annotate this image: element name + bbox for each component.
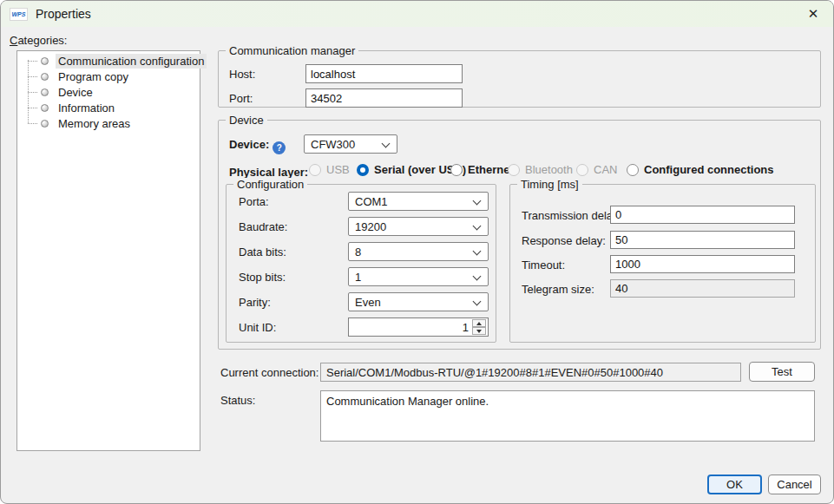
timeout-label: Timeout: bbox=[522, 259, 565, 272]
transmission-delay-label: Transmission delay: bbox=[522, 209, 621, 222]
transmission-delay-input[interactable] bbox=[610, 206, 795, 224]
porta-select[interactable]: COM1 bbox=[348, 192, 489, 211]
radio-icon bbox=[309, 164, 321, 176]
porta-label: Porta: bbox=[239, 195, 269, 208]
radio-icon bbox=[576, 164, 588, 176]
spin-down-icon[interactable] bbox=[472, 327, 486, 335]
data-bits-select[interactable]: 8 bbox=[348, 242, 489, 261]
host-input[interactable] bbox=[305, 64, 463, 83]
tree-item-label[interactable]: Device bbox=[56, 85, 95, 100]
data-bits-label: Data bits: bbox=[239, 245, 286, 259]
response-delay-input[interactable] bbox=[610, 231, 795, 249]
tree-node-icon bbox=[41, 73, 49, 81]
tree-item-device[interactable]: Device bbox=[17, 84, 200, 100]
tree-stub bbox=[28, 123, 37, 124]
ok-button[interactable]: OK bbox=[707, 475, 762, 494]
radio-icon[interactable] bbox=[450, 164, 463, 176]
tree-node-icon bbox=[41, 120, 49, 128]
chevron-down-icon bbox=[473, 247, 482, 256]
baudrate-select-value: 19200 bbox=[355, 220, 386, 233]
connection-string: Serial/COM1/Modbus-RTU/@1#19200#8#1#EVEN… bbox=[326, 366, 663, 379]
tree-item-label[interactable]: Program copy bbox=[56, 69, 131, 84]
current-connection-label: Current connection: bbox=[220, 366, 318, 379]
help-icon[interactable]: ? bbox=[273, 141, 286, 154]
response-delay-label: Response delay: bbox=[522, 234, 606, 247]
radio-configured-connections[interactable]: Configured connections bbox=[627, 163, 774, 176]
device-label-text: Device: bbox=[229, 138, 269, 151]
status-label: Status: bbox=[220, 394, 255, 407]
configuration-group: Configuration Porta: COM1 Baudrate: 1920… bbox=[226, 184, 496, 343]
stop-bits-select[interactable]: 1 bbox=[348, 267, 489, 286]
tree-node-icon bbox=[41, 88, 49, 96]
cancel-button[interactable]: Cancel bbox=[768, 475, 821, 494]
tree-item-program-copy[interactable]: Program copy bbox=[17, 69, 200, 84]
radio-icon[interactable] bbox=[357, 164, 369, 176]
chevron-down-icon bbox=[473, 222, 482, 231]
communication-manager-group: Communication manager Host: Port: bbox=[218, 50, 821, 108]
tree-item-information[interactable]: Information bbox=[17, 100, 200, 115]
radio-ethernet[interactable]: Ethernet bbox=[450, 163, 514, 176]
radio-label[interactable]: Configured connections bbox=[644, 163, 774, 176]
baudrate-select[interactable]: 19200 bbox=[348, 217, 489, 236]
unit-id-stepper[interactable]: 1 bbox=[348, 317, 489, 337]
data-bits-select-value: 8 bbox=[355, 245, 361, 259]
device-select[interactable]: CFW300 bbox=[304, 134, 397, 154]
radio-icon bbox=[508, 164, 520, 176]
parity-label: Parity: bbox=[239, 296, 271, 309]
tree-item-label[interactable]: Communication configuration bbox=[56, 54, 207, 69]
baudrate-label: Baudrate: bbox=[239, 220, 287, 233]
radio-label: USB bbox=[326, 163, 350, 176]
radio-can: CAN bbox=[576, 163, 617, 176]
device-select-value: CFW300 bbox=[311, 138, 355, 151]
test-button[interactable]: Test bbox=[749, 362, 815, 382]
title-bar: WPS Properties ✕ bbox=[1, 1, 833, 27]
port-input[interactable] bbox=[305, 88, 463, 108]
wps-app-icon: WPS bbox=[10, 8, 28, 21]
group-title: Device bbox=[226, 114, 267, 127]
parity-select[interactable]: Even bbox=[348, 292, 489, 311]
tree-node-icon bbox=[41, 57, 49, 65]
unit-id-label: Unit ID: bbox=[239, 321, 276, 334]
chevron-down-icon bbox=[473, 197, 482, 206]
stop-bits-select-value: 1 bbox=[355, 271, 361, 284]
telegram-size-label: Telegram size: bbox=[522, 283, 594, 296]
radio-bluetooth: Bluetooth bbox=[508, 163, 573, 176]
tree-item-communication-configuration[interactable]: Communication configuration bbox=[17, 53, 200, 69]
spin-up-icon[interactable] bbox=[472, 319, 486, 327]
device-label: Device:? bbox=[229, 138, 286, 154]
radio-icon[interactable] bbox=[627, 164, 639, 176]
timing-group: Timing [ms] Transmission delay: Response… bbox=[509, 184, 816, 343]
tree-node-icon bbox=[41, 104, 49, 112]
port-label: Port: bbox=[229, 92, 253, 105]
radio-usb: USB bbox=[309, 163, 350, 176]
radio-label: Bluetooth bbox=[525, 163, 573, 176]
device-group: Device Device:? CFW300 Physical layer: U… bbox=[218, 120, 821, 350]
current-connection-value: Serial/COM1/Modbus-RTU/@1#19200#8#1#EVEN… bbox=[320, 363, 741, 382]
stop-bits-label: Stop bits: bbox=[239, 271, 286, 284]
tree-item-label[interactable]: Memory areas bbox=[56, 116, 133, 131]
status-box[interactable]: Communication Manager online. bbox=[320, 390, 815, 442]
physical-layer-label: Physical layer: bbox=[229, 166, 308, 179]
categories-tree[interactable]: Communication configuration Program copy… bbox=[16, 50, 200, 451]
tree-item-label[interactable]: Information bbox=[56, 101, 117, 115]
categories-label: Categories: bbox=[10, 34, 67, 47]
chevron-down-icon bbox=[382, 140, 391, 148]
radio-label: CAN bbox=[594, 163, 617, 176]
parity-select-value: Even bbox=[355, 296, 381, 309]
host-label: Host: bbox=[229, 68, 255, 81]
properties-dialog: WPS Properties ✕ Categories: Communicati… bbox=[0, 0, 834, 504]
chevron-down-icon bbox=[473, 272, 482, 281]
radio-label[interactable]: Ethernet bbox=[468, 163, 514, 176]
window-title: Properties bbox=[36, 7, 91, 21]
unit-id-value: 1 bbox=[463, 321, 469, 334]
status-text: Communication Manager online. bbox=[326, 395, 489, 408]
porta-select-value: COM1 bbox=[355, 195, 388, 208]
tree-stub bbox=[28, 92, 37, 93]
chevron-down-icon bbox=[473, 298, 482, 306]
close-icon[interactable]: ✕ bbox=[793, 1, 833, 27]
group-title: Communication manager bbox=[226, 44, 358, 57]
group-title: Timing [ms] bbox=[517, 178, 582, 191]
tree-item-memory-areas[interactable]: Memory areas bbox=[17, 115, 200, 131]
group-title: Configuration bbox=[233, 178, 307, 191]
timeout-input[interactable] bbox=[610, 255, 795, 273]
